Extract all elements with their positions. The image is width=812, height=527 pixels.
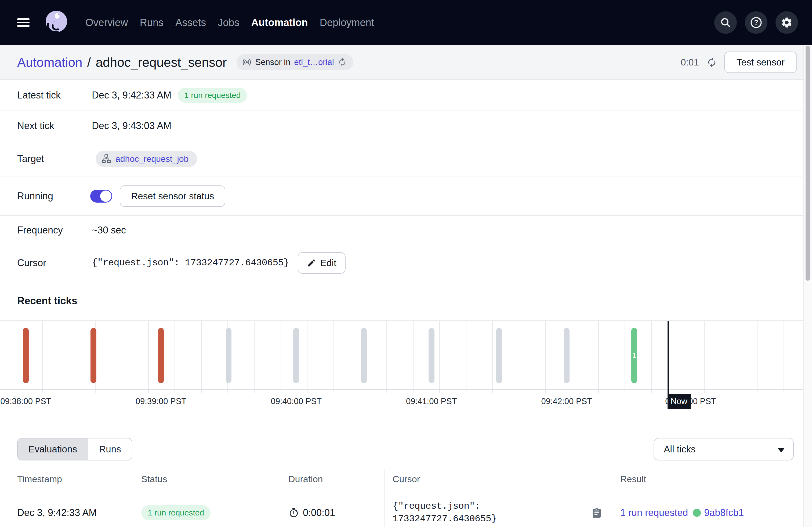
nav-item-deployment[interactable]: Deployment [314,17,380,28]
help-button[interactable]: ? [745,11,767,34]
chart-gridline [360,321,360,393]
tick-bar-skipped[interactable] [293,328,299,383]
search-icon [719,16,732,29]
countdown-timer: 0:01 [681,57,699,67]
dagster-logo-icon[interactable] [42,9,69,36]
tick-bar-skipped[interactable] [496,328,502,383]
scrollbar[interactable] [803,45,812,527]
tick-bar-failure[interactable] [23,328,29,383]
view-tabs: EvaluationsRuns [17,438,132,461]
now-badge: Now [668,394,691,409]
chart-gridline [69,321,69,393]
detail-value: Reset sensor status [82,177,812,215]
job-link[interactable]: adhoc_request_job [115,154,188,164]
tab-evaluations[interactable]: Evaluations [18,438,88,460]
chart-gridline [678,321,678,393]
detail-label: Cursor [0,245,82,281]
nav-item-jobs[interactable]: Jobs [212,17,245,28]
chart-gridline [598,321,599,393]
sensor-location-badge: Sensor in etl_t…orial [236,54,353,70]
detail-row-frequency: Frequency~30 sec [0,216,812,245]
settings-button[interactable] [775,11,798,34]
chart-gridline [466,321,466,393]
nav-item-assets[interactable]: Assets [170,17,212,28]
tick-bar-skipped[interactable] [361,328,367,383]
chart-gridline [334,321,334,393]
axis-tick-label: 09:38:00 PST [0,396,51,406]
cell-status: 1 run requested [133,489,280,527]
recent-ticks-section: Recent ticks 109:38:00 PST09:39:00 PST09… [0,281,812,429]
breadcrumb-separator: / [87,55,91,70]
cell-duration: 0:00:01 [280,489,384,527]
cell-timestamp: Dec 3, 9:42:33 AM [0,489,133,527]
detail-row-running: RunningReset sensor status [0,177,812,216]
chart-gridline [413,321,414,393]
chart-axis-line [0,389,812,390]
chart-gridline [201,321,202,393]
run-id-link[interactable]: 9ab8fcb1 [704,507,744,518]
sensor-badge-prefix: Sensor in [255,57,291,67]
tick-filter-select[interactable]: All ticks [654,438,794,461]
code-location-link[interactable]: etl_t…orial [294,57,334,67]
tick-filter-value: All ticks [664,444,696,454]
nav-links: OverviewRunsAssetsJobsAutomationDeployme… [79,17,380,28]
axis-tick-label: 09:41:00 PST [406,396,457,406]
svg-text:?: ? [754,18,758,26]
target-job-pill[interactable]: adhoc_request_job [96,151,197,167]
menu-icon[interactable] [17,18,30,27]
duration-value: 0:00:01 [303,507,335,518]
help-icon: ? [750,16,763,29]
tick-status-badge: 1 run requested [178,88,247,103]
chart-gridline [16,321,16,393]
tick-bar-success[interactable]: 1 [631,328,637,383]
reset-sensor-status-button[interactable]: Reset sensor status [120,185,225,207]
scrollbar-thumb[interactable] [806,46,810,281]
copy-icon[interactable] [591,508,602,518]
tick-bar-failure[interactable] [90,328,97,383]
detail-row-next-tick: Next tickDec 3, 9:43:03 AM [0,111,812,141]
chart-gridline [651,321,652,393]
result-runs-link[interactable]: 1 run requested [620,507,688,518]
chart-gridline [545,321,546,393]
refresh-icon[interactable] [707,57,717,67]
tick-bar-skipped[interactable] [564,328,570,383]
breadcrumb-automation[interactable]: Automation [17,55,83,70]
edit-cursor-button[interactable]: Edit [298,252,346,274]
column-header-timestamp: Timestamp [0,469,133,488]
chart-gridline [519,321,519,393]
column-header-duration: Duration [280,469,384,488]
detail-value: ~30 sec [82,216,812,245]
tick-bar-failure[interactable] [158,328,164,383]
axis-tick-label: 09:39:00 PST [135,396,187,406]
ticks-timeline-chart[interactable]: 109:38:00 PST09:39:00 PST09:40:00 PST09:… [0,320,812,429]
running-toggle[interactable] [90,190,112,202]
sensor-details: Latest tickDec 3, 9:42:33 AM1 run reques… [0,80,812,281]
cell-cursor: {"request.json": 1733247727.6430655} [384,489,612,527]
chart-gridline [122,321,122,393]
test-sensor-button[interactable]: Test sensor [724,51,797,73]
chart-gridline [175,321,175,393]
detail-label: Running [0,177,82,215]
detail-value-text: Dec 3, 9:42:33 AM [92,90,171,101]
search-button[interactable] [714,11,737,34]
gear-icon [781,16,793,29]
tick-bar-skipped[interactable] [429,328,434,383]
recent-ticks-title: Recent ticks [0,281,812,320]
chart-gridline [307,321,307,393]
tick-bar-skipped[interactable] [226,328,232,383]
top-nav: OverviewRunsAssetsJobsAutomationDeployme… [0,0,812,45]
page-title: adhoc_request_sensor [96,55,227,70]
nav-item-runs[interactable]: Runs [134,17,170,28]
axis-tick-label: 09:42:00 PST [541,396,592,406]
detail-row-target: Targetadhoc_request_job [0,141,812,177]
table-header-row: TimestampStatusDurationCursorResult [0,469,812,489]
reload-icon[interactable] [338,58,347,67]
chart-gridline [254,321,255,393]
detail-value: Dec 3, 9:42:33 AM1 run requested [82,80,812,110]
caret-down-icon [778,448,785,452]
detail-value: adhoc_request_job [82,141,812,177]
nav-item-automation[interactable]: Automation [245,17,314,28]
tab-runs[interactable]: Runs [88,438,132,460]
detail-value-text: Dec 3, 9:43:03 AM [92,120,171,132]
nav-item-overview[interactable]: Overview [79,17,134,28]
